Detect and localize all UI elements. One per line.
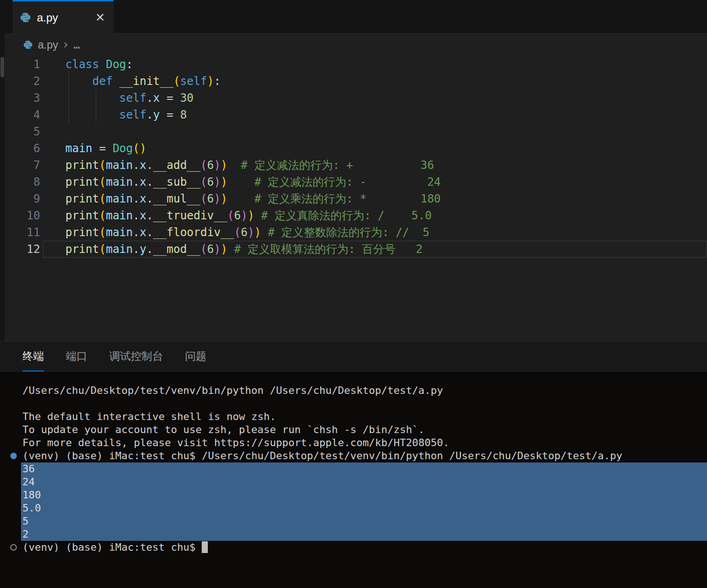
panel-tab-bar: 终端端口调试控制台问题: [0, 342, 707, 371]
terminal-output-line-selected[interactable]: 2: [0, 528, 707, 541]
line-number: 10: [5, 207, 40, 224]
editor-group: a.py ✕ a.py › … 1class Dog:2 def __init_…: [5, 0, 707, 341]
terminal-output-line-selected[interactable]: 24: [0, 476, 707, 489]
code-line[interactable]: 6main = Dog(): [5, 140, 707, 157]
terminal-text: 36: [22, 463, 35, 475]
code-text: self.y = 8: [40, 106, 187, 123]
line-number: 1: [5, 56, 40, 73]
terminal-text: 5: [22, 515, 28, 527]
panel-tab-调试控制台[interactable]: 调试控制台: [109, 342, 163, 371]
indent-guide: [69, 106, 69, 123]
terminal-output-line-selected[interactable]: 5.0: [0, 502, 707, 515]
code-line[interactable]: 9print(main.x.__mul__(6)) # 定义乘法的行为: * 1…: [5, 190, 707, 207]
left-edge-strip: [0, 0, 5, 341]
code-text: main = Dog(): [40, 140, 146, 157]
vscode-window: a.py ✕ a.py › … 1class Dog:2 def __init_…: [0, 0, 707, 588]
terminal-text: 24: [22, 476, 35, 488]
python-file-icon: [20, 12, 31, 23]
line-number: 7: [5, 157, 40, 174]
tab-bar: a.py ✕: [5, 0, 707, 34]
terminal-text: (venv) (base) iMac:test chu$: [22, 541, 202, 553]
code-line[interactable]: 4 self.y = 8: [5, 106, 707, 123]
terminal-line[interactable]: (venv) (base) iMac:test chu$: [0, 541, 707, 554]
terminal-output-line-selected[interactable]: 5: [0, 515, 707, 528]
code-text: print(main.y.__mod__(6)) # 定义取模算法的行为: 百分…: [40, 241, 423, 258]
code-line[interactable]: 7print(main.x.__add__(6)) # 定义减法的行为: + 3…: [5, 157, 707, 174]
code-line[interactable]: 1class Dog:: [5, 56, 707, 73]
code-text: self.x = 30: [40, 90, 194, 106]
line-number: 5: [5, 123, 40, 140]
line-number: 11: [5, 224, 40, 241]
tab-label: a.py: [37, 11, 58, 24]
terminal-line[interactable]: (venv) (base) iMac:test chu$ /Users/chu/…: [0, 449, 707, 462]
code-line[interactable]: 5: [5, 123, 707, 140]
terminal-text: 5.0: [22, 502, 41, 514]
terminal-text: To update your account to use zsh, pleas…: [22, 424, 424, 435]
line-number: 2: [5, 73, 40, 90]
python-file-icon: [23, 40, 33, 49]
code-text: print(main.x.__mul__(6)) # 定义乘法的行为: * 18…: [40, 190, 441, 207]
indent-guide: [96, 90, 96, 106]
terminal-text: For more details, please visit https://s…: [22, 437, 449, 448]
indent-guide: [96, 106, 96, 123]
line-number: 4: [5, 106, 40, 123]
line-number: 3: [5, 90, 40, 106]
code-text: print(main.x.__truediv__(6)) # 定义真除法的行为:…: [40, 207, 431, 224]
code-line[interactable]: 10print(main.x.__truediv__(6)) # 定义真除法的行…: [5, 207, 707, 224]
terminal-output-line-selected[interactable]: 36: [0, 462, 707, 476]
command-decoration-pending-icon[interactable]: [10, 544, 17, 551]
chevron-right-icon: ›: [63, 38, 68, 52]
line-number: 9: [5, 190, 40, 207]
breadcrumb-symbol-ellipsis[interactable]: …: [73, 39, 81, 51]
bottom-panel: 终端端口调试控制台问题 /Users/chu/Desktop/test/venv…: [0, 341, 707, 588]
code-text: def __init__(self):: [40, 73, 220, 90]
terminal-line[interactable]: The default interactive shell is now zsh…: [0, 410, 707, 423]
scrollbar-thumb[interactable]: [0, 57, 4, 77]
indent-guide: [69, 73, 69, 90]
terminal-text: The default interactive shell is now zsh…: [22, 411, 276, 422]
command-decoration-success-icon[interactable]: [10, 453, 17, 459]
code-text: [40, 123, 65, 140]
terminal-cursor: [202, 541, 208, 553]
close-icon[interactable]: ✕: [95, 11, 105, 24]
code-line[interactable]: 3 self.x = 30: [5, 90, 707, 106]
indent-guide: [69, 90, 69, 106]
tab-bar-empty-space: [113, 0, 707, 34]
terminal-text: 2: [22, 528, 28, 540]
terminal-line[interactable]: /Users/chu/Desktop/test/venv/bin/python …: [0, 384, 707, 397]
breadcrumb: a.py › …: [5, 34, 707, 56]
line-number: 12: [5, 241, 40, 258]
code-text: class Dog:: [40, 56, 133, 73]
terminal-text: (venv) (base) iMac:test chu$ /Users/chu/…: [22, 450, 622, 462]
terminal-text: 180: [22, 489, 41, 501]
code-editor[interactable]: 1class Dog:2 def __init__(self):3 self.x…: [5, 56, 707, 258]
code-line[interactable]: 11print(main.x.__floordiv__(6)) # 定义整数除法…: [5, 224, 707, 241]
code-text: print(main.x.__sub__(6)) # 定义减法的行为: - 24: [40, 174, 441, 190]
code-line[interactable]: 12print(main.y.__mod__(6)) # 定义取模算法的行为: …: [5, 241, 707, 258]
line-number: 6: [5, 140, 40, 157]
code-line[interactable]: 8print(main.x.__sub__(6)) # 定义减法的行为: - 2…: [5, 174, 707, 190]
tab-a-py[interactable]: a.py ✕: [13, 0, 113, 34]
code-text: print(main.x.__floordiv__(6)) # 定义整数除法的行…: [40, 224, 430, 241]
panel-tab-问题[interactable]: 问题: [185, 342, 206, 371]
terminal-line[interactable]: For more details, please visit https://s…: [0, 436, 707, 449]
breadcrumb-file[interactable]: a.py: [38, 39, 58, 51]
code-line[interactable]: 2 def __init__(self):: [5, 73, 707, 90]
terminal-line[interactable]: To update your account to use zsh, pleas…: [0, 423, 707, 436]
terminal[interactable]: /Users/chu/Desktop/test/venv/bin/python …: [0, 372, 707, 588]
terminal-line[interactable]: [0, 397, 707, 410]
code-text: print(main.x.__add__(6)) # 定义减法的行为: + 36: [40, 157, 434, 174]
panel-tab-端口[interactable]: 端口: [66, 342, 87, 371]
panel-tab-终端[interactable]: 终端: [22, 342, 44, 371]
tab-bar-left-spacer: [5, 0, 13, 34]
line-number: 8: [5, 174, 40, 190]
terminal-output-line-selected[interactable]: 180: [0, 489, 707, 502]
terminal-text: /Users/chu/Desktop/test/venv/bin/python …: [22, 385, 443, 396]
